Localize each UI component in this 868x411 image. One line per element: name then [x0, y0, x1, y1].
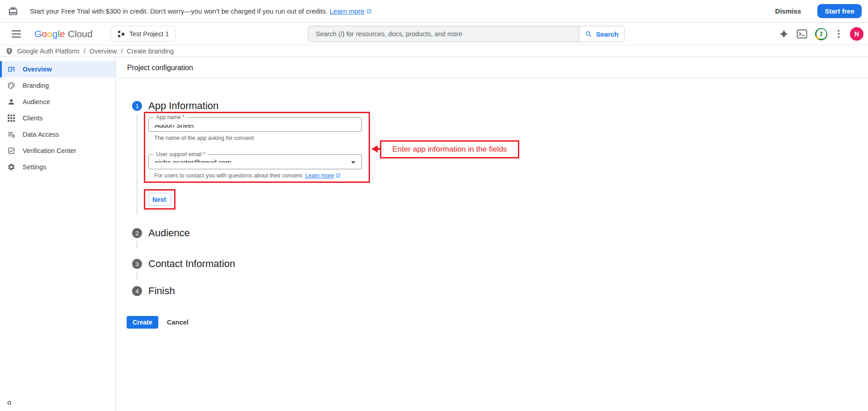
breadcrumb-separator: /: [121, 48, 123, 55]
auth-platform-shield-icon: [5, 47, 13, 56]
step-1-circle: 1: [132, 101, 142, 111]
support-email-learn-more-link[interactable]: Learn more: [305, 172, 334, 179]
search-input[interactable]: [308, 26, 579, 42]
support-email-label: User support email *: [154, 151, 208, 158]
breadcrumb-item-overview[interactable]: Overview: [90, 48, 117, 55]
sidebar-item-label: Verification Center: [23, 147, 76, 154]
sidebar-item-overview[interactable]: Overview: [0, 61, 115, 77]
app-name-label: App name *: [154, 114, 187, 120]
stepper-connector: [137, 241, 138, 249]
overview-icon: [7, 65, 15, 73]
search-icon: [585, 30, 593, 38]
sidebar-nav: Overview Branding Audience Clients Data …: [0, 57, 116, 411]
notification-count: 2: [816, 29, 826, 39]
more-options-icon[interactable]: [835, 28, 842, 40]
step-4-circle: 4: [132, 286, 142, 296]
free-trial-banner: Start your Free Trial with $300 in credi…: [0, 0, 868, 23]
support-email-helper: For users to contact you with questions …: [154, 172, 341, 179]
sidebar-item-label: Data Access: [23, 131, 59, 138]
cancel-button[interactable]: Cancel: [167, 316, 189, 329]
gift-icon: [8, 6, 18, 16]
sidebar-item-data-access[interactable]: Data Access: [0, 126, 115, 143]
step-1-label: App Information: [148, 100, 218, 112]
breadcrumb-item-create-branding: Create branding: [127, 48, 174, 55]
external-link-icon: [366, 9, 372, 14]
apps-grid-icon: [7, 114, 15, 122]
step-3-circle: 3: [132, 259, 142, 269]
main-content: Project configuration 1 App Information …: [116, 57, 868, 411]
step-4-label: Finish: [148, 285, 175, 297]
dismiss-button[interactable]: Dismiss: [775, 7, 802, 15]
sidebar-item-label: Audience: [23, 98, 50, 105]
stepper-connector: [137, 115, 138, 215]
notifications-badge[interactable]: 2: [815, 28, 827, 40]
project-icon: [118, 30, 125, 38]
breadcrumb-separator: /: [84, 48, 85, 55]
palette-icon: [7, 81, 15, 90]
project-name: Test Project 1: [129, 30, 169, 38]
banner-message: Start your Free Trial with $300 in credi…: [30, 7, 372, 15]
cloud-shell-icon[interactable]: [797, 29, 807, 39]
top-app-bar: Google Cloud Test Project 1 Search 2 N: [0, 23, 868, 45]
annotation-callout: Enter app information in the fields: [380, 140, 519, 158]
sidebar-item-clients[interactable]: Clients: [0, 110, 115, 126]
sidebar-item-label: Settings: [23, 163, 46, 171]
avatar[interactable]: N: [850, 27, 863, 41]
search-button[interactable]: Search: [579, 26, 624, 42]
data-access-icon: [7, 130, 15, 139]
gear-icon: [7, 163, 15, 171]
banner-learn-more-link[interactable]: Learn more: [330, 7, 365, 15]
sidebar-item-verification-center[interactable]: Verification Center: [0, 143, 115, 159]
sidebar-item-audience[interactable]: Audience: [0, 94, 115, 110]
annotation-text: Enter app information in the fields: [392, 145, 507, 154]
breadcrumb-item-google-auth-platform[interactable]: Google Auth Platform: [17, 48, 80, 55]
menu-icon[interactable]: [12, 30, 21, 38]
step-2-circle: 2: [132, 228, 142, 238]
logo-cloud-text: Cloud: [68, 29, 93, 39]
app-name-value: Addon Sheet: [155, 121, 194, 129]
project-selector[interactable]: Test Project 1: [111, 26, 176, 42]
support-email-value: nisha.ccarter@gmail.com: [155, 158, 231, 166]
global-search: Search: [308, 26, 625, 42]
start-free-button[interactable]: Start free: [817, 4, 862, 18]
divider: [116, 78, 868, 78]
sidebar-item-label: Overview: [23, 66, 52, 73]
sidebar-item-settings[interactable]: Settings: [0, 159, 115, 175]
chevron-down-icon[interactable]: [351, 161, 356, 164]
sidebar-item-branding[interactable]: Branding: [0, 77, 115, 94]
collapse-sidebar-icon[interactable]: [5, 399, 13, 406]
person-icon: [7, 98, 15, 106]
google-cloud-logo[interactable]: Google Cloud: [34, 29, 93, 39]
step-2-label: Audience: [148, 227, 190, 239]
stepper-connector: [137, 272, 138, 280]
create-button[interactable]: Create: [127, 316, 158, 329]
external-link-icon: [336, 173, 341, 178]
breadcrumb: Google Auth Platform / Overview / Create…: [0, 46, 868, 57]
sidebar-item-label: Branding: [23, 82, 49, 89]
verification-check-icon: [7, 147, 15, 155]
page-title: Project configuration: [127, 64, 193, 72]
gemini-icon[interactable]: [779, 29, 789, 39]
sidebar-item-label: Clients: [23, 115, 43, 122]
app-name-helper: The name of the app asking for consent: [154, 135, 254, 141]
step-3-label: Contact Information: [148, 258, 235, 270]
next-button[interactable]: Next: [148, 193, 171, 206]
